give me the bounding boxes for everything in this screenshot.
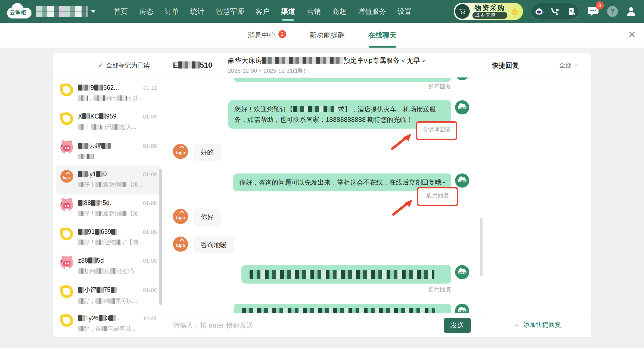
redacted-text (94, 95, 105, 101)
reply-type-label: 关键词回复 (422, 126, 451, 133)
quick-reply-list-empty (483, 77, 591, 312)
conversation-preview: 好！迎您了【测... (78, 238, 157, 246)
quick-reply-panel: 快捷回复 全部 ＋ 添加快捷回复 (483, 53, 591, 337)
procurement-promo-banner[interactable]: 物资采购 成本直降 → (454, 3, 523, 20)
conversation-date: 01-11 (143, 85, 157, 91)
redacted-text (120, 211, 127, 216)
conversation-item[interactable]: 1y263..12-31好，咨问题可以... (56, 310, 160, 337)
conversation-item[interactable]: 9562...01-11，的问可以... (56, 79, 160, 108)
nav-item-房态[interactable]: 房态 (133, 0, 159, 23)
redacted-text (111, 229, 117, 235)
redacted-text (78, 200, 84, 206)
page-content: ✓ 全部标记为已读 9562...01-11，的问可以...XKC95901-0… (0, 48, 644, 348)
annotation-arrow-icon (391, 197, 416, 217)
redacted-text (95, 240, 104, 245)
conversation-date: 01-08 (143, 200, 157, 206)
help-icon[interactable]: ? (607, 6, 618, 17)
avatar-yunzhanggui-icon: 云掌柜 (455, 100, 469, 114)
conversation-item[interactable]: 小评7501-06好，的题可以... (56, 281, 160, 310)
tab-label: 新功能提醒 (310, 30, 345, 40)
nav-item-渠道[interactable]: 渠道 (275, 0, 301, 23)
redacted-text (120, 182, 127, 187)
redacted-text (91, 200, 99, 206)
chat-message: 好的 (194, 144, 221, 161)
check-icon: ✓ (98, 61, 103, 69)
redacted-text (112, 124, 120, 130)
message-input[interactable] (173, 321, 437, 329)
avatar-meituan-icon (60, 111, 74, 126)
chat-card: ✓ 全部标记为已读 9562...01-11，的问可以...XKC95901-0… (53, 53, 591, 337)
redacted-text (109, 315, 116, 321)
nav-item-商超[interactable]: 商超 (326, 0, 352, 23)
chevron-down-icon (574, 62, 578, 67)
send-button[interactable]: 发送 (444, 318, 471, 333)
chat-message (234, 304, 451, 313)
message-group: tujia你好 (173, 209, 469, 226)
quick-reply-filter-dropdown[interactable]: 全部 (559, 61, 577, 70)
redacted-text (94, 85, 103, 91)
nav-item-增值服务[interactable]: 增值服务 (352, 0, 392, 23)
sidebar-scrollbar[interactable] (159, 169, 162, 305)
nav-item-订单[interactable]: 订单 (159, 0, 185, 23)
user-avatar-icon[interactable] (626, 6, 637, 17)
nav-item-客户[interactable]: 客户 (250, 0, 275, 23)
tab-消息中心[interactable]: 消息中心3 (248, 23, 286, 48)
tab-新功能提醒[interactable]: 新功能提醒 (310, 23, 345, 48)
redacted-text (91, 124, 101, 130)
redacted-text (97, 287, 104, 293)
redacted-text (88, 257, 97, 263)
hotel-name-redacted[interactable] (36, 6, 88, 17)
chat-scrollbar[interactable] (480, 217, 483, 276)
redacted-text (95, 298, 104, 304)
chat-message: 咨询地暖 (194, 237, 234, 253)
redacted-text (78, 298, 84, 304)
ai-robot-icon[interactable] (531, 3, 547, 20)
mark-all-read-button[interactable]: ✓ 全部标记为已读 (53, 53, 163, 77)
top-navbar: 云掌柜 首页房态订单统计智慧军师客户渠道营销商超增值服务设置 物资采购 成本直降… (0, 0, 644, 23)
nav-item-智慧军师[interactable]: 智慧军师 (210, 0, 250, 23)
message-group: 云掌柜通用回复 (173, 265, 469, 293)
tab-label: 在线聊天 (368, 30, 397, 40)
conversation-item[interactable]: 88h5d.01-08仔！迎您预【测... (56, 194, 160, 223)
nav-item-统计[interactable]: 统计 (185, 0, 210, 23)
conversation-name: 88h5d. (78, 199, 140, 207)
conversation-item[interactable]: XKC95901-09！们已您入... (56, 108, 160, 137)
avatar-yunzhanggui-icon: 云掌柜 (455, 265, 469, 279)
conversation-name: 去绑 (78, 142, 140, 150)
conversation-item[interactable]: z885d01-08烦问房还有吗 (56, 252, 160, 281)
message-group: 您好！欢迎您预订【求】，酒店提供火车、机场接送服务，如需帮助，也可联系管家：18… (173, 100, 469, 140)
conversation-preview: 好，咨问题可以... (78, 325, 157, 333)
conversation-preview (78, 153, 157, 160)
conversation-date: 01-09 (143, 171, 157, 178)
conversation-item[interactable]: 去绑01-09 (56, 137, 160, 166)
reply-type-label: 通用回复 (428, 286, 451, 293)
redacted-text (96, 171, 103, 177)
messages-bubble-icon[interactable]: 3 (587, 5, 599, 18)
hotel-dropdown-caret-icon[interactable] (91, 10, 96, 13)
conversation-name: :y10 (78, 170, 140, 178)
redacted-text (115, 240, 121, 245)
redacted-text (78, 95, 88, 101)
purchase-cart-icon[interactable] (547, 3, 563, 20)
chat-column: E510 豪华大床房预定享vip专属服务＜无早＞ 2025-12-30 ~ 20… (163, 53, 483, 337)
redacted-message-content (250, 270, 434, 279)
billing-yuan-icon[interactable]: ¥ (563, 3, 579, 20)
redacted-text (95, 229, 101, 235)
nav-items: 首页房态订单统计智慧军师客户渠道营销商超增值服务设置 (108, 0, 417, 23)
promo-title: 物资采购 (475, 4, 505, 11)
conversation-item[interactable]: tujia:y1001-09仔！迎您预【测... (56, 166, 160, 194)
nav-item-设置[interactable]: 设置 (392, 0, 417, 23)
guest-name: E510 (173, 61, 212, 70)
conversation-preview: 仔！迎您预【测... (78, 210, 157, 217)
header-divider (220, 59, 220, 72)
close-icon[interactable]: ✕ (628, 30, 636, 39)
nav-item-营销[interactable]: 营销 (301, 0, 326, 23)
redacted-text (78, 143, 89, 149)
conversation-item[interactable]: 9165901-08好！迎您了【测... (56, 223, 160, 252)
nav-item-首页[interactable]: 首页 (108, 0, 133, 23)
conversation-preview: 好，的题可以... (78, 297, 157, 305)
add-quick-reply-button[interactable]: ＋ 添加快捷回复 (483, 312, 591, 337)
tab-在线聊天[interactable]: 在线聊天 (368, 23, 397, 48)
redacted-text (78, 211, 84, 216)
filter-value: 全部 (559, 61, 572, 70)
